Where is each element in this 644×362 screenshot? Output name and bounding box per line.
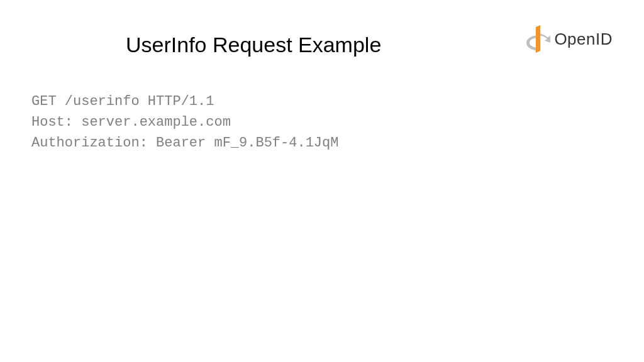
code-line-3: Authorization: Bearer mF_9.B5f-4.1JqM [31,133,644,153]
openid-logo: OpenID [524,25,613,53]
openid-logo-text: OpenID [554,30,613,49]
code-line-2: Host: server.example.com [31,112,644,133]
slide-title: UserInfo Request Example [126,33,381,57]
slide-header: UserInfo Request Example OpenID [0,0,644,57]
code-line-1: GET /userinfo HTTP/1.1 [31,91,644,112]
http-request-code: GET /userinfo HTTP/1.1 Host: server.exam… [31,91,644,153]
openid-logo-icon [524,25,550,53]
